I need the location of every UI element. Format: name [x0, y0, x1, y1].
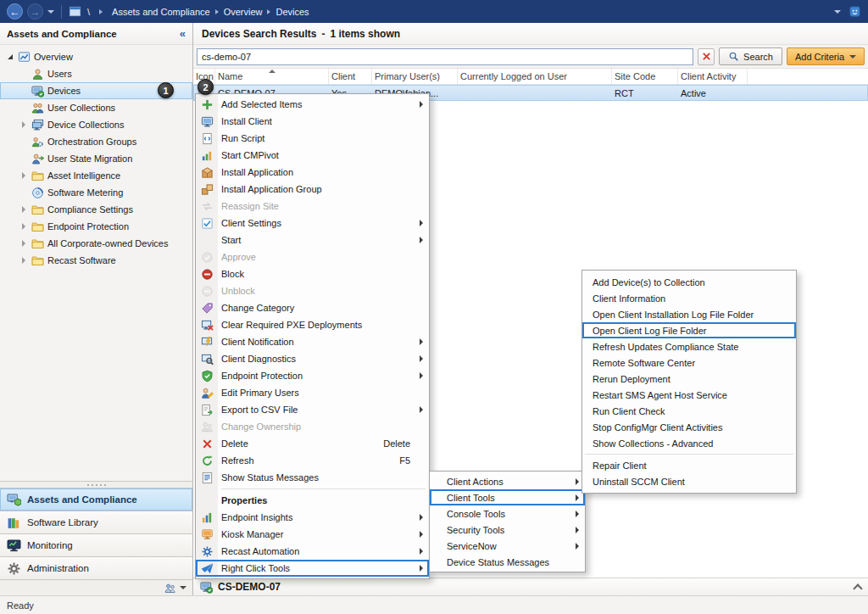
column-header-client-activity[interactable]: Client Activity [678, 69, 748, 84]
nav-pane-assets-and-compliance[interactable]: Assets and Compliance [0, 488, 192, 511]
tree-item-device-collections[interactable]: Device Collections [0, 116, 192, 133]
submenu-arrow-icon [576, 478, 579, 485]
menu-item-endpoint-protection[interactable]: Endpoint Protection [196, 367, 429, 384]
tree-item-users[interactable]: Users [0, 65, 192, 82]
tree-item-overview[interactable]: Overview [0, 48, 192, 65]
user-state-icon [31, 153, 44, 165]
menu-item-install-client[interactable]: Install Client [196, 113, 429, 130]
menu-item-remote-software-center[interactable]: Remote Software Center [582, 354, 796, 371]
menu-item-servicenow[interactable]: ServiceNow [430, 538, 585, 554]
menu-item-delete[interactable]: DeleteDelete [196, 435, 429, 452]
csv-icon [198, 404, 216, 416]
tree-item-endpoint-protection[interactable]: Endpoint Protection [0, 218, 192, 235]
menu-item-refresh-updates-compliance-state[interactable]: Refresh Updates Compliance State [582, 338, 796, 354]
menu-item-open-client-installation-log-file-folder[interactable]: Open Client Installation Log File Folder [582, 306, 796, 322]
expand-expander-icon[interactable] [19, 205, 28, 215]
tree-item-recast-software[interactable]: Recast Software [0, 252, 192, 269]
column-header-site-code[interactable]: Site Code [612, 69, 678, 84]
menu-item-run-client-check[interactable]: Run Client Check [582, 403, 796, 419]
menu-item-clear-required-pxe-deployments[interactable]: Clear Required PXE Deployments [196, 316, 429, 333]
breadcrumb-separator-icon [99, 9, 103, 14]
add-criteria-button[interactable]: Add Criteria [787, 47, 865, 65]
expand-expander-icon[interactable] [19, 120, 28, 130]
menu-item-repair-client[interactable]: Repair Client [582, 457, 796, 473]
menu-item-right-click-tools[interactable]: Right Click Tools [196, 560, 429, 577]
history-caret-icon[interactable] [47, 10, 54, 14]
menu-item-show-status-messages[interactable]: Show Status Messages [196, 469, 429, 486]
menu-item-restart-sms-agent-host-service[interactable]: Restart SMS Agent Host Service [582, 387, 796, 403]
tree-item-user-state-migration[interactable]: User State Migration [0, 150, 192, 167]
menu-item-properties[interactable]: Properties [196, 492, 429, 509]
menu-item-endpoint-insights[interactable]: Endpoint Insights [196, 509, 429, 526]
menu-item-block[interactable]: Block [196, 265, 429, 282]
menu-item-client-tools[interactable]: Client Tools [430, 489, 585, 505]
expand-expander-icon[interactable] [19, 222, 28, 232]
automation-icon [198, 545, 216, 558]
menu-item-run-script[interactable]: Run Script [196, 130, 429, 147]
menu-item-uninstall-sccm-client[interactable]: Uninstall SCCM Client [582, 473, 796, 489]
tree-item-compliance-settings[interactable]: Compliance Settings [0, 201, 192, 218]
console-menu-caret-icon[interactable] [834, 10, 841, 14]
collapse-expander-icon[interactable] [5, 53, 14, 62]
configure-buttons-icon[interactable] [164, 582, 176, 594]
menu-item-client-information[interactable]: Client Information [582, 290, 796, 306]
menu-item-open-client-log-file-folder[interactable]: Open Client Log File Folder [582, 322, 796, 338]
column-header-client[interactable]: Client [329, 69, 372, 84]
menu-item-client-settings[interactable]: Client Settings [196, 215, 429, 232]
nav-pane-software-library[interactable]: Software Library [0, 511, 192, 533]
menu-item-console-tools[interactable]: Console Tools [430, 505, 585, 522]
tree-item-asset-intelligence[interactable]: Asset Intelligence [0, 167, 192, 184]
breadcrumb-item-devices[interactable]: Devices [274, 7, 310, 17]
menu-item-recast-automation[interactable]: Recast Automation [196, 543, 429, 560]
menu-item-security-tools[interactable]: Security Tools [430, 522, 585, 538]
collapse-pane-button[interactable]: « [180, 27, 186, 40]
nav-pane-monitoring[interactable]: Monitoring [0, 533, 192, 556]
tree-item-user-collections[interactable]: User Collections [0, 99, 192, 116]
menu-item-client-notification[interactable]: Client Notification [196, 333, 429, 350]
configure-caret-icon[interactable] [180, 586, 186, 589]
clear-search-button[interactable] [698, 48, 715, 65]
column-header-currently-logged-on-user[interactable]: Currently Logged on User [458, 69, 612, 84]
pane-splitter[interactable] [0, 481, 192, 488]
feedback-icon[interactable] [849, 5, 861, 18]
nav-pane-administration[interactable]: Administration [0, 556, 192, 579]
menu-item-start[interactable]: Start [196, 232, 429, 248]
results-separator: - [321, 28, 325, 40]
menu-item-client-diagnostics[interactable]: Client Diagnostics [196, 350, 429, 367]
back-arrow-icon: ← [10, 7, 20, 17]
menu-item-change-category[interactable]: Change Category [196, 299, 429, 316]
menu-item-refresh[interactable]: RefreshF5 [196, 452, 429, 469]
search-input[interactable] [197, 48, 693, 65]
menu-item-install-application[interactable]: Install Application [196, 164, 429, 181]
back-button[interactable]: ← [7, 3, 23, 20]
column-header-primary-user-s[interactable]: Primary User(s) [372, 69, 458, 84]
notification-icon [198, 336, 216, 349]
menu-item-kiosk-manager[interactable]: Kiosk Manager [196, 526, 429, 543]
search-button[interactable]: Search [719, 47, 782, 65]
forward-button[interactable]: → [27, 3, 43, 20]
menu-item-edit-primary-users[interactable]: Edit Primary Users [196, 384, 429, 401]
nav-config-row [0, 579, 192, 595]
tree-item-all-corporate-owned-devices[interactable]: All Corporate-owned Devices [0, 235, 192, 252]
menu-item-add-selected-items[interactable]: Add Selected Items [196, 96, 429, 113]
collapse-detail-chevron-icon[interactable] [853, 583, 862, 593]
breadcrumb-item-overview[interactable]: Overview [222, 7, 264, 17]
menu-item-stop-configmgr-client-activities[interactable]: Stop ConfigMgr Client Activities [582, 419, 796, 435]
column-header-name[interactable]: Name [215, 69, 329, 84]
menu-item-install-application-group[interactable]: Install Application Group [196, 181, 429, 198]
tree-item-software-metering[interactable]: Software Metering [0, 184, 192, 201]
submenu-arrow-icon [420, 372, 423, 379]
menu-item-client-actions[interactable]: Client Actions [430, 473, 585, 489]
tree-item-orchestration-groups[interactable]: Orchestration Groups [0, 133, 192, 150]
menu-item-export-to-csv-file[interactable]: Export to CSV File [196, 401, 429, 418]
menu-item-show-collections-advanced[interactable]: Show Collections - Advanced [582, 435, 796, 451]
menu-item-rerun-deployment[interactable]: Rerun Deployment [582, 371, 796, 387]
expand-expander-icon[interactable] [19, 256, 28, 265]
expand-expander-icon[interactable] [19, 171, 28, 181]
menu-item-start-cmpivot[interactable]: Start CMPivot [196, 147, 429, 164]
expand-expander-icon[interactable] [19, 239, 28, 248]
menu-item-add-device-s-to-collection[interactable]: Add Device(s) to Collection [582, 274, 796, 290]
menu-item-device-status-messages[interactable]: Device Status Messages [430, 554, 585, 570]
breadcrumb-item-assets-and-compliance[interactable]: Assets and Compliance [110, 7, 212, 17]
status-messages-icon [198, 472, 216, 484]
